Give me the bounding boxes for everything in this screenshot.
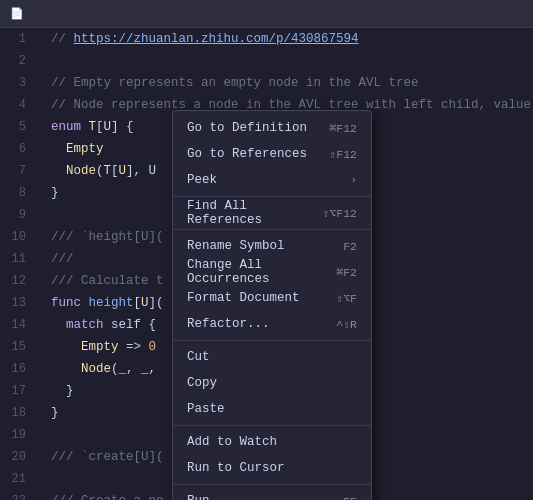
line-number: 22: [0, 490, 36, 500]
token: self {: [111, 318, 156, 332]
token: [36, 142, 66, 156]
token: [36, 340, 81, 354]
menu-divider: [173, 484, 371, 485]
menu-item-shortcut: ⇧⌥F12: [322, 206, 357, 220]
menu-item-format-document[interactable]: Format Document⇧⌥F: [173, 285, 371, 311]
line-content: }: [36, 380, 74, 402]
menu-item-shortcut: F5: [343, 495, 357, 501]
menu-divider: [173, 425, 371, 426]
token: Node: [81, 362, 111, 376]
menu-item-shortcut: ⌘F12: [329, 121, 357, 135]
line-content: enum T[U] {: [36, 116, 134, 138]
line-number: 21: [0, 468, 36, 490]
line-content: /// Create a ne: [36, 490, 164, 500]
code-line: 1 // https://zhuanlan.zhihu.com/p/430867…: [0, 28, 533, 50]
code-line: 3 // Empty represents an empty node in t…: [0, 72, 533, 94]
line-content: /// `height[U](: [36, 226, 164, 248]
menu-item-shortcut: F2: [343, 240, 357, 253]
line-number: 1: [0, 28, 36, 50]
line-number: 6: [0, 138, 36, 160]
line-content: match self {: [36, 314, 156, 336]
line-number: 9: [0, 204, 36, 226]
line-number: 11: [0, 248, 36, 270]
menu-divider: [173, 340, 371, 341]
token: (_, _,: [111, 362, 156, 376]
line-content: Empty: [36, 138, 104, 160]
line-content: ///: [36, 248, 74, 270]
line-content: Node(_, _,: [36, 358, 156, 380]
menu-item-label: Cut: [187, 350, 210, 364]
line-number: 16: [0, 358, 36, 380]
token: [36, 164, 66, 178]
token: Empty: [66, 142, 104, 156]
menu-item-label: Copy: [187, 376, 217, 390]
line-number: 19: [0, 424, 36, 446]
line-number: 2: [0, 50, 36, 72]
token: Empty: [81, 340, 119, 354]
token: U: [104, 120, 112, 134]
token: T: [89, 120, 97, 134]
token: https://zhuanlan.zhihu.com/p/430867594: [74, 32, 359, 46]
menu-item-refactor[interactable]: Refactor...^⇧R: [173, 311, 371, 337]
menu-item-label: Go to Definition: [187, 121, 307, 135]
menu-divider: [173, 196, 371, 197]
token: 0: [149, 340, 157, 354]
menu-item-shortcut: ⇧F12: [329, 147, 357, 161]
menu-item-add-to-watch[interactable]: Add to Watch: [173, 429, 371, 455]
token: //: [36, 32, 74, 46]
token: /// `height[U](: [36, 230, 164, 244]
menu-item-run-to-cursor[interactable]: Run to Cursor: [173, 455, 371, 481]
line-number: 7: [0, 160, 36, 182]
menu-item-shortcut: ^⇧R: [336, 317, 357, 331]
token: func: [36, 296, 89, 310]
menu-item-label: Peek: [187, 173, 217, 187]
line-number: 18: [0, 402, 36, 424]
line-number: 17: [0, 380, 36, 402]
token: /// Calculate t: [36, 274, 164, 288]
menu-item-paste[interactable]: Paste: [173, 396, 371, 422]
menu-item-change-all-occurrences[interactable]: Change All Occurrences⌘F2: [173, 259, 371, 285]
menu-item-label: Run: [187, 494, 210, 500]
menu-item-shortcut: ⌘F2: [336, 265, 357, 279]
token: }: [36, 384, 74, 398]
token: =>: [119, 340, 149, 354]
menu-item-copy[interactable]: Copy: [173, 370, 371, 396]
line-number: 10: [0, 226, 36, 248]
file-icon: 📄: [10, 7, 24, 20]
code-line: 2: [0, 50, 533, 72]
menu-item-go-to-definition[interactable]: Go to Definition⌘F12: [173, 115, 371, 141]
line-number: 13: [0, 292, 36, 314]
submenu-arrow-icon: ›: [350, 174, 357, 186]
token: ](: [149, 296, 164, 310]
token: Node: [66, 164, 96, 178]
menu-item-shortcut: ⇧⌥F: [336, 291, 357, 305]
menu-item-find-all-references[interactable]: Find All References⇧⌥F12: [173, 200, 371, 226]
token: [: [111, 164, 119, 178]
token: ///: [36, 252, 74, 266]
line-content: func height[U](: [36, 292, 164, 314]
token: [: [134, 296, 142, 310]
menu-item-rename-symbol[interactable]: Rename SymbolF2: [173, 233, 371, 259]
menu-item-label: Add to Watch: [187, 435, 277, 449]
menu-item-run[interactable]: RunF5: [173, 488, 371, 500]
menu-item-label: Paste: [187, 402, 225, 416]
line-content: Node(T[U], U: [36, 160, 156, 182]
line-content: }: [36, 402, 59, 424]
line-number: 4: [0, 94, 36, 116]
token: /// `create[U](: [36, 450, 164, 464]
token: }: [36, 186, 59, 200]
menu-item-peek[interactable]: Peek›: [173, 167, 371, 193]
token: }: [36, 406, 59, 420]
menu-item-cut[interactable]: Cut: [173, 344, 371, 370]
token: [36, 318, 66, 332]
menu-item-label: Format Document: [187, 291, 300, 305]
context-menu: Go to Definition⌘F12Go to References⇧F12…: [172, 110, 372, 500]
token: ], U: [126, 164, 156, 178]
line-content: }: [36, 182, 59, 204]
token: ] {: [111, 120, 134, 134]
menu-item-label: Find All References: [187, 199, 322, 227]
menu-item-go-to-references[interactable]: Go to References⇧F12: [173, 141, 371, 167]
token: T: [104, 164, 112, 178]
menu-item-label: Rename Symbol: [187, 239, 285, 253]
token: enum: [36, 120, 89, 134]
